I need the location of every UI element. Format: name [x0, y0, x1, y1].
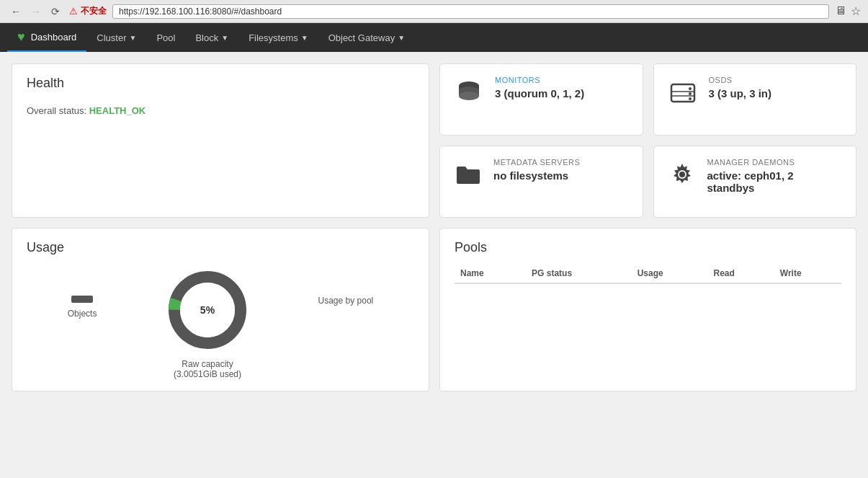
pools-table-head: Name PG status Usage Read Write — [455, 264, 841, 283]
health-status-label: Overall status: — [27, 105, 86, 116]
security-warning: ⚠ 不安全 — [69, 5, 107, 17]
bottom-row: Usage Objects — [12, 228, 856, 391]
usage-title: Usage — [27, 240, 414, 255]
nav-object-gateway-label: Object Gateway — [328, 32, 395, 43]
cast-icon: 🖥 — [835, 4, 846, 18]
folder-icon — [455, 161, 482, 195]
osds-label: OSDS — [709, 76, 772, 84]
col-name: Name — [455, 264, 526, 283]
browser-nav[interactable]: ← → ⟳ — [7, 4, 63, 19]
logo-icon: ♥ — [17, 30, 25, 45]
col-pg-status: PG status — [526, 264, 632, 283]
usage-card: Usage Objects — [12, 228, 429, 391]
filesystems-caret-icon: ▼ — [301, 34, 308, 42]
objects-icon — [71, 296, 93, 303]
nav-object-gateway[interactable]: Object Gateway ▼ — [318, 23, 415, 52]
reload-button[interactable]: ⟳ — [48, 4, 63, 19]
stats-row-2: METADATA SERVERS no filesystems — [439, 146, 856, 218]
nav-block-label: Block — [195, 32, 218, 43]
svg-point-8 — [689, 87, 692, 90]
health-title: Health — [27, 76, 414, 91]
pools-header-row: Name PG status Usage Read Write — [455, 264, 841, 283]
usage-by-pool-label: Usage by pool — [318, 296, 374, 306]
stats-row-1: MONITORS 3 (quorum 0, 1, 2) — [439, 63, 856, 136]
stats-grid: MONITORS 3 (quorum 0, 1, 2) — [439, 63, 856, 218]
health-status: Overall status: HEALTH_OK — [27, 105, 414, 116]
warning-icon: ⚠ — [69, 6, 78, 17]
bookmark-icon: ☆ — [851, 4, 861, 18]
usage-content: Objects 5% — [27, 267, 414, 379]
browser-actions: 🖥 ☆ — [835, 4, 861, 18]
monitors-icon — [455, 79, 483, 114]
usage-by-pool-item: Usage by pool — [318, 267, 374, 306]
nav-dashboard[interactable]: ♥ Dashboard — [7, 23, 86, 52]
monitors-body: MONITORS 3 (quorum 0, 1, 2) — [495, 76, 584, 99]
manager-daemons-value: active: ceph01, 2 standbys — [707, 169, 842, 194]
osds-icon — [668, 79, 697, 114]
raw-capacity-title: Raw capacity — [182, 359, 233, 369]
metadata-servers-value: no filesystems — [493, 169, 580, 182]
raw-capacity-label: Raw capacity (3.0051GiB used) — [174, 359, 241, 379]
nav-pool[interactable]: Pool — [146, 23, 185, 52]
objects-item: Objects — [68, 267, 97, 319]
gear-icon — [668, 161, 696, 195]
svg-point-9 — [689, 92, 692, 95]
manager-daemons-body: MANAGER DAEMONS active: ceph01, 2 standb… — [707, 158, 842, 194]
pools-card: Pools Name PG status Usage Read Write — [439, 228, 856, 391]
raw-capacity-sublabel: (3.0051GiB used) — [174, 369, 241, 379]
manager-daemons-label: MANAGER DAEMONS — [707, 158, 842, 167]
col-usage: Usage — [632, 264, 708, 283]
nav-dashboard-label: Dashboard — [31, 32, 77, 43]
col-write: Write — [774, 264, 841, 283]
nav-filesystems-label: Filesystems — [249, 32, 298, 43]
raw-capacity-item: 5% Raw capacity (3.0051GiB used) — [164, 267, 251, 379]
health-card: Health Overall status: HEALTH_OK — [12, 63, 429, 218]
object-gateway-caret-icon: ▼ — [398, 34, 405, 42]
pools-table: Name PG status Usage Read Write — [455, 264, 841, 284]
nav-cluster-label: Cluster — [97, 32, 126, 43]
metadata-servers-body: METADATA SERVERS no filesystems — [493, 158, 580, 182]
health-status-value: HEALTH_OK — [89, 105, 146, 116]
nav-filesystems[interactable]: Filesystems ▼ — [238, 23, 318, 52]
monitors-link[interactable]: MONITORS — [495, 76, 540, 84]
monitors-card: MONITORS 3 (quorum 0, 1, 2) — [439, 63, 643, 136]
donut-percent-label: 5% — [200, 304, 215, 316]
metadata-servers-card: METADATA SERVERS no filesystems — [439, 146, 643, 218]
osds-card: OSDS 3 (3 up, 3 in) — [653, 63, 857, 136]
url-bar[interactable] — [112, 4, 829, 19]
svg-point-10 — [689, 97, 692, 100]
monitors-value: 3 (quorum 0, 1, 2) — [495, 87, 584, 99]
block-caret-icon: ▼ — [221, 34, 228, 42]
metadata-servers-label: METADATA SERVERS — [493, 158, 580, 167]
pools-title: Pools — [455, 240, 841, 255]
main-content: Health Overall status: HEALTH_OK — [0, 52, 868, 403]
osds-value: 3 (3 up, 3 in) — [709, 87, 772, 99]
forward-button[interactable]: → — [27, 4, 45, 19]
top-row: Health Overall status: HEALTH_OK — [12, 63, 856, 218]
objects-label: Objects — [68, 309, 97, 319]
svg-point-4 — [459, 92, 479, 100]
cluster-caret-icon: ▼ — [129, 34, 136, 42]
svg-point-13 — [679, 172, 685, 177]
nav-pool-label: Pool — [156, 32, 175, 43]
col-read: Read — [708, 264, 774, 283]
nav-block[interactable]: Block ▼ — [185, 23, 238, 52]
donut-chart: 5% — [164, 267, 251, 353]
navbar: ♥ Dashboard Cluster ▼ Pool Block ▼ Files… — [0, 23, 868, 52]
security-label: 不安全 — [81, 5, 107, 17]
browser-chrome: ← → ⟳ ⚠ 不安全 🖥 ☆ — [0, 0, 868, 23]
nav-cluster[interactable]: Cluster ▼ — [86, 23, 146, 52]
back-button[interactable]: ← — [7, 4, 24, 19]
manager-daemons-card: MANAGER DAEMONS active: ceph01, 2 standb… — [653, 146, 857, 218]
osds-body: OSDS 3 (3 up, 3 in) — [709, 76, 772, 99]
monitors-label: MONITORS — [495, 76, 584, 84]
